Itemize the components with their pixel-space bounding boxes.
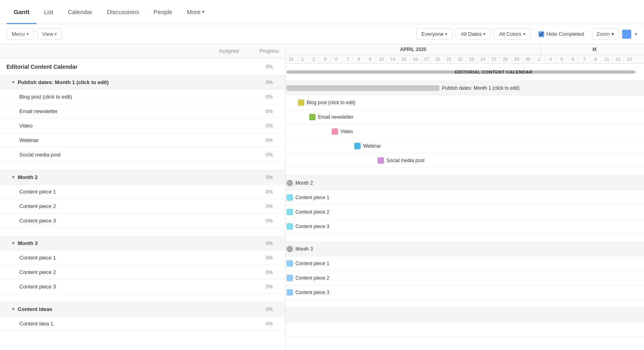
all-dates-filter[interactable]: All Dates ▾ <box>456 28 491 40</box>
task-name: Publish dates: Month 1 (click to edit) <box>18 79 109 85</box>
gantt-row: Content piece 1 <box>286 190 644 205</box>
gantt-row: EDITORIAL CONTENT CALENDAR <box>286 64 644 81</box>
hide-completed-toggle[interactable]: Hide Completed <box>534 29 589 39</box>
day-cell: 9 <box>365 55 376 63</box>
gantt-spacer <box>286 300 644 308</box>
task-cell: Editorial Content Calendar <box>0 60 205 73</box>
day-cell: 1 <box>534 55 545 63</box>
table-row[interactable]: ▼ Month 3 0% <box>0 236 285 251</box>
gantt-bar-label: Blog post (click to edit) <box>307 100 355 105</box>
table-row[interactable]: Content piece 2 0% <box>0 265 285 280</box>
progress-cell: 0% <box>253 200 285 212</box>
hide-completed-checkbox[interactable] <box>539 31 544 37</box>
main-content: Assigned Progress Editorial Content Cale… <box>0 44 644 350</box>
table-row[interactable]: Blog post (click to edit) 0% <box>0 90 285 104</box>
table-row[interactable]: Editorial Content Calendar 0% <box>0 58 285 75</box>
month-block-may: M <box>541 44 644 55</box>
progress-column-header: Progress <box>253 44 285 58</box>
spacer-row <box>0 228 285 236</box>
day-cell: 17 <box>421 55 432 63</box>
progress-cell: 0% <box>253 303 285 315</box>
day-cell: 10 <box>376 55 387 63</box>
gantt-bar-label: Webinar <box>363 143 381 149</box>
nav-calendar[interactable]: Calendar <box>61 0 100 24</box>
table-row[interactable]: ▼ Content ideas 0% <box>0 302 285 317</box>
table-row[interactable]: Content piece 3 0% <box>0 280 285 294</box>
spacer-row <box>0 162 285 170</box>
progress-cell: 0% <box>253 252 285 264</box>
table-row[interactable]: Content piece 1 0% <box>0 251 285 265</box>
task-cell: ▼ Content ideas <box>0 303 205 315</box>
gantt-bar-label: Month 3 <box>295 246 313 252</box>
nav-more-label: More <box>187 8 200 15</box>
assigned-cell <box>205 79 253 86</box>
nav-people-label: People <box>153 8 172 15</box>
day-cell: 31 <box>286 55 297 63</box>
table-row[interactable]: Content idea 1 0% <box>0 317 285 331</box>
assigned-cell <box>205 152 253 158</box>
assigned-cell <box>205 284 253 290</box>
task-cell: ▼ Month 2 <box>0 171 205 183</box>
task-cell: Email newsletter <box>0 105 205 117</box>
nav-gantt[interactable]: Gantt <box>6 0 37 24</box>
progress-cell: 0% <box>253 171 285 183</box>
table-row[interactable]: Email newsletter 0% <box>0 104 285 119</box>
all-colors-filter[interactable]: All Colors ▾ <box>494 28 530 40</box>
progress-cell: 0% <box>253 149 285 161</box>
table-row[interactable]: Content piece 3 0% <box>0 214 285 228</box>
task-name: Month 3 <box>18 240 38 246</box>
nav-list[interactable]: List <box>37 0 60 24</box>
progress-cell: 0% <box>253 266 285 278</box>
day-cell: 20 <box>432 55 444 63</box>
gantt-bar-label: Content piece 1 <box>295 261 329 266</box>
menu-label: Menu <box>12 31 25 37</box>
task-cell: Content piece 2 <box>0 200 205 212</box>
table-row[interactable]: Video 0% <box>0 119 285 133</box>
table-row[interactable]: Webinar 0% <box>0 133 285 148</box>
assigned-cell <box>205 321 253 327</box>
day-cell: 23 <box>466 55 477 63</box>
day-cell: 1 <box>297 55 308 63</box>
nav-people[interactable]: People <box>146 0 180 24</box>
nav-more[interactable]: More ▾ <box>180 0 212 24</box>
day-cell: 22 <box>455 55 466 63</box>
nav-gantt-label: Gantt <box>14 8 29 15</box>
task-name: Content ideas <box>18 306 52 312</box>
gantt-row: Content piece 3 <box>286 285 644 300</box>
day-cell: 6 <box>568 55 579 63</box>
gantt-row: Content piece 2 <box>286 205 644 219</box>
table-row[interactable]: Social media post 0% <box>0 148 285 162</box>
progress-cell: 0% <box>253 237 285 249</box>
chevron-down-icon: ▾ <box>635 31 638 37</box>
gantt-row: Month 3 <box>286 242 644 256</box>
chevron-down-icon: ▼ <box>11 307 15 311</box>
table-row[interactable]: Content piece 2 0% <box>0 199 285 214</box>
day-cell: 21 <box>444 55 455 63</box>
gantt-bar-label: Content piece 3 <box>295 224 329 229</box>
color-swatch[interactable] <box>622 29 632 39</box>
gantt-spacer <box>286 168 644 176</box>
gantt-bar-label: Video <box>341 129 353 134</box>
progress-cell: 0% <box>253 215 285 227</box>
task-cell: Blog post (click to edit) <box>0 91 205 103</box>
table-row[interactable]: ▼ Month 2 0% <box>0 170 285 185</box>
day-cell: 11 <box>601 55 613 63</box>
task-name: Content piece 3 <box>19 284 56 290</box>
task-name: Content piece 1 <box>19 255 56 261</box>
hide-completed-label: Hide Completed <box>547 31 584 37</box>
view-button[interactable]: View ▾ <box>37 28 62 40</box>
task-name: Content piece 3 <box>19 218 56 224</box>
spacer-row <box>0 294 285 302</box>
task-name: Email newsletter <box>19 108 58 114</box>
task-name: Video <box>19 123 33 129</box>
zoom-button[interactable]: Zoom ▾ <box>592 28 619 40</box>
everyone-filter[interactable]: Everyone ▾ <box>416 28 452 40</box>
task-cell: Content piece 3 <box>0 214 205 227</box>
table-row[interactable]: Content piece 1 0% <box>0 185 285 199</box>
day-cell: 12 <box>613 55 624 63</box>
menu-button[interactable]: Menu ▾ <box>6 28 34 40</box>
nav-discussions[interactable]: Discussions <box>99 0 146 24</box>
chevron-down-icon: ▾ <box>27 32 29 36</box>
table-row[interactable]: ▼ Publish dates: Month 1 (click to edit)… <box>0 75 285 90</box>
task-cell: Content piece 1 <box>0 185 205 198</box>
